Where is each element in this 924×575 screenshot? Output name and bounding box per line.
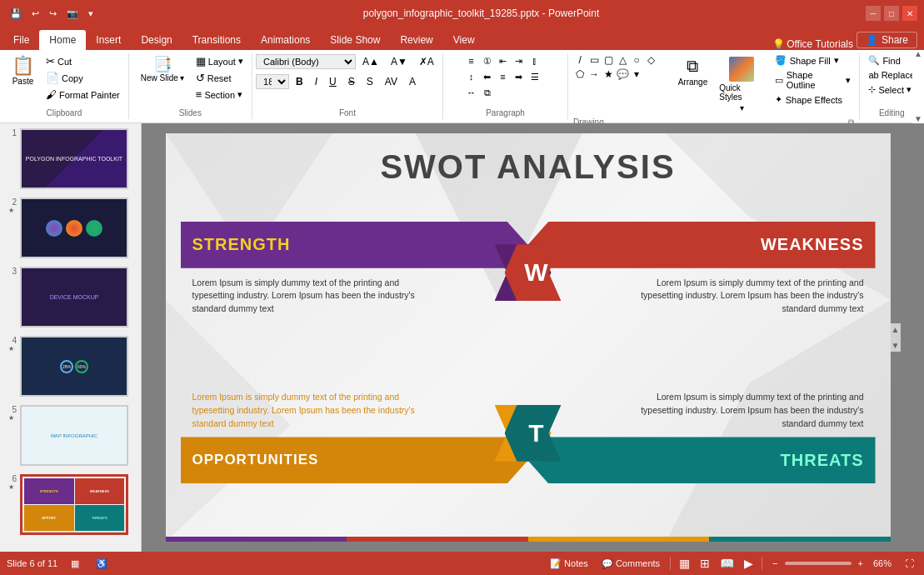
redo-btn[interactable]: ↪ [46, 7, 60, 21]
convert-to-smartart-btn[interactable]: ⧉ [480, 85, 495, 100]
ribbon-scroll-down[interactable]: ▼ [914, 115, 922, 123]
save-btn[interactable]: 💾 [7, 7, 25, 21]
zoom-level[interactable]: 66% [870, 557, 895, 570]
clear-format-btn[interactable]: ✗A [414, 53, 439, 70]
rect-shape[interactable]: ▭ [587, 53, 601, 67]
tab-design[interactable]: Design [131, 30, 182, 50]
tab-file[interactable]: File [3, 30, 39, 50]
format-painter-button[interactable]: 🖌 Format Painter [42, 87, 123, 102]
zoom-in-btn[interactable]: + [855, 557, 867, 570]
shape-effects-button[interactable]: ✦ Shape Effects [772, 92, 855, 107]
align-right-btn[interactable]: ➡ [512, 69, 527, 84]
section-button[interactable]: ≡ Section ▾ [192, 87, 247, 102]
line-spacing-btn[interactable]: ↕ [464, 69, 479, 84]
slide-4-item[interactable]: 4 ★ 28% 60% [3, 334, 137, 398]
tab-insert[interactable]: Insert [86, 30, 131, 50]
accessibility-btn[interactable]: ♿ [92, 557, 111, 571]
slide-2-thumb[interactable] [20, 198, 128, 258]
font-size-select[interactable]: 18 [256, 74, 289, 89]
slide-show-icon[interactable]: ▦ [67, 557, 82, 571]
more-shapes-icon[interactable]: ▾ [630, 68, 643, 81]
scroll-up-btn[interactable]: ▲ [890, 323, 902, 336]
new-slide-button[interactable]: 📑 New Slide ▾ [134, 53, 191, 86]
line-shape[interactable]: / [573, 53, 587, 67]
tab-view[interactable]: View [443, 30, 485, 50]
bold-button[interactable]: B [291, 73, 308, 90]
underline-button[interactable]: U [324, 73, 342, 90]
slide-canvas[interactable]: SWOT ANALYSIS STRENGTH Lorem Ipsum is si… [166, 133, 891, 542]
slide-6-item[interactable]: 6 ★ STRENGTH WEAKNESS OPPORT. THREATS [3, 472, 137, 537]
arrange-button[interactable]: ⧉ Arrange [673, 53, 713, 90]
slide-show-btn[interactable]: ▶ [742, 555, 755, 572]
undo-btn[interactable]: ↩ [28, 7, 42, 21]
font-name-select[interactable]: Calibri (Body) [256, 54, 356, 69]
slide-2-item[interactable]: 2 ★ [3, 196, 137, 260]
vertical-scrollbar[interactable]: ▲ ▼ [891, 323, 901, 352]
numbering-btn[interactable]: ① [480, 53, 495, 68]
maximize-btn[interactable]: □ [884, 6, 899, 21]
increase-indent-btn[interactable]: ⇥ [512, 53, 527, 68]
text-shadow-button[interactable]: S [362, 73, 378, 90]
slide-3-thumb[interactable]: DEVICE MOCKUP [20, 267, 128, 328]
slide-1-thumb[interactable]: POLYGON INFOGRAPHIC TOOLKIT [20, 128, 128, 189]
share-button[interactable]: 👤 Share [857, 32, 917, 48]
comments-button[interactable]: 💬 Comments [598, 557, 663, 571]
normal-view-btn[interactable]: ▦ [677, 555, 692, 572]
columns-btn[interactable]: ⫿ [527, 53, 542, 68]
find-button[interactable]: 🔍 Find [865, 53, 918, 68]
notes-button[interactable]: 📝 Notes [547, 557, 592, 571]
slide-3-item[interactable]: 3 DEVICE MOCKUP [3, 265, 137, 329]
qa-dropdown-btn[interactable]: ▾ [85, 7, 97, 21]
tab-slideshow[interactable]: Slide Show [320, 30, 390, 50]
tab-review[interactable]: Review [390, 30, 442, 50]
ribbon-scroll-up[interactable]: ▲ [914, 50, 922, 58]
arrow-shape[interactable]: → [587, 68, 601, 81]
slide-5-thumb[interactable]: MAP INFOGRAPHIC [20, 405, 128, 466]
decrease-font-btn[interactable]: A▼ [386, 53, 412, 70]
fit-slide-btn[interactable]: ⛶ [902, 557, 917, 570]
circle-shape[interactable]: ○ [630, 53, 643, 67]
callout-shape[interactable]: 💬 [616, 68, 629, 81]
slide-4-thumb[interactable]: 28% 60% [20, 336, 128, 397]
star-shape[interactable]: ★ [602, 68, 615, 81]
italic-button[interactable]: I [310, 73, 322, 90]
replace-button[interactable]: ab Replace [865, 68, 918, 82]
quick-styles-button[interactable]: Quick Styles ▾ [714, 53, 769, 116]
bullets-btn[interactable]: ≡ [464, 53, 479, 68]
present-btn[interactable]: 📷 [63, 7, 82, 21]
rounded-rect-shape[interactable]: ▢ [602, 53, 615, 67]
char-spacing-button[interactable]: AV [380, 73, 402, 90]
slide-sorter-btn[interactable]: ⊞ [698, 555, 712, 572]
reset-button[interactable]: ↺ Reset [192, 70, 247, 86]
copy-button[interactable]: 📄 Copy [42, 70, 123, 86]
reading-view-btn[interactable]: 📖 [718, 555, 736, 572]
pentagon-shape[interactable]: ⬠ [573, 68, 587, 81]
minimize-btn[interactable]: ─ [866, 6, 881, 21]
text-dir-btn[interactable]: ↔ [464, 85, 479, 100]
align-center-btn[interactable]: ≡ [496, 69, 511, 84]
shape-fill-button[interactable]: 🪣 Shape Fill ▾ [772, 53, 855, 68]
slide-1-item[interactable]: 1 POLYGON INFOGRAPHIC TOOLKIT [3, 127, 137, 191]
tab-transitions[interactable]: Transitions [182, 30, 251, 50]
close-btn[interactable]: ✕ [902, 6, 917, 21]
zoom-slider[interactable] [785, 562, 852, 565]
diamond-shape[interactable]: ◇ [644, 53, 657, 67]
layout-button[interactable]: ▦ Layout ▾ [192, 53, 247, 69]
font-color-button[interactable]: A [404, 73, 421, 90]
triangle-shape[interactable]: △ [616, 53, 629, 67]
cut-button[interactable]: ✂ Cut [42, 53, 123, 69]
shape-outline-button[interactable]: ▭ Shape Outline ▾ [772, 68, 855, 92]
slide-5-item[interactable]: 5 ★ MAP INFOGRAPHIC [3, 403, 137, 468]
align-left-btn[interactable]: ⬅ [480, 69, 495, 84]
slide-6-thumb[interactable]: STRENGTH WEAKNESS OPPORT. THREATS [20, 474, 128, 535]
tab-home[interactable]: Home [39, 30, 86, 50]
tab-animations[interactable]: Animations [251, 30, 320, 50]
strikethrough-button[interactable]: S [343, 73, 360, 90]
paste-button[interactable]: 📋 Paste [5, 53, 41, 89]
justify-btn[interactable]: ☰ [527, 69, 542, 84]
scroll-down-btn[interactable]: ▼ [890, 339, 902, 352]
office-tutorials-link[interactable]: 💡 Office Tutorials [772, 38, 853, 50]
decrease-indent-btn[interactable]: ⇤ [496, 53, 511, 68]
increase-font-btn[interactable]: A▲ [357, 53, 384, 70]
select-button[interactable]: ⊹ Select ▾ [865, 82, 918, 97]
